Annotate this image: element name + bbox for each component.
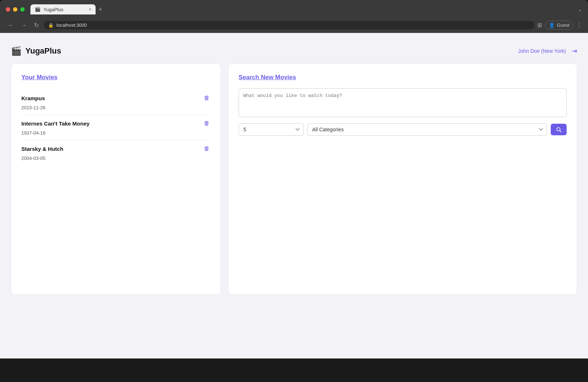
maximize-traffic-light[interactable] xyxy=(20,7,25,12)
user-name-display[interactable]: John Doe (New York) xyxy=(518,48,566,54)
your-movies-title: Your Movies xyxy=(21,74,210,81)
movie-date: 1937-04-16 xyxy=(21,130,210,136)
movie-header: Starsky & Hutch 🗑 xyxy=(21,145,210,153)
svg-line-1 xyxy=(560,131,561,132)
movie-item: Starsky & Hutch 🗑 2004-03-05 xyxy=(21,140,210,165)
tab-right-controls: ⌄ xyxy=(578,7,582,12)
guest-icon: 👤 xyxy=(549,22,555,28)
traffic-lights xyxy=(6,7,25,12)
search-input[interactable] xyxy=(239,88,567,117)
logo-text: YugaPlus xyxy=(25,46,61,56)
movie-item: Internes Can't Take Money 🗑 1937-04-16 xyxy=(21,115,210,140)
main-layout: Your Movies Krampus 🗑 2015-11-26 Interne… xyxy=(11,63,577,295)
url-display: localhost:3000 xyxy=(56,22,87,28)
app-logo: 🎬 YugaPlus xyxy=(11,46,61,56)
active-tab[interactable]: 🎬 YugaPlus × xyxy=(30,4,96,14)
header-right: John Doe (New York) ⇥ xyxy=(518,47,577,55)
count-select[interactable]: 5 10 15 20 xyxy=(239,123,304,136)
movie-item: Krampus 🗑 2015-11-26 xyxy=(21,90,210,115)
logo-icon: 🎬 xyxy=(11,46,22,56)
delete-movie-3-button[interactable]: 🗑 xyxy=(203,145,210,153)
guest-label: Guest xyxy=(557,22,570,28)
tab-close-button[interactable]: × xyxy=(89,7,91,12)
close-traffic-light[interactable] xyxy=(6,7,10,12)
app-header: 🎬 YugaPlus John Doe (New York) ⇥ xyxy=(11,40,577,63)
movie-title: Starsky & Hutch xyxy=(21,146,63,152)
minimize-traffic-light[interactable] xyxy=(13,7,17,12)
search-button[interactable] xyxy=(551,124,567,135)
browser-content: 🎬 YugaPlus John Doe (New York) ⇥ Your Mo… xyxy=(0,33,588,358)
extensions-button[interactable]: ⊞ xyxy=(537,22,542,29)
tab-favicon: 🎬 xyxy=(35,7,41,12)
tab-title: YugaPlus xyxy=(43,7,63,12)
search-controls: 5 10 15 20 All Categories Action Comedy … xyxy=(239,123,567,136)
search-icon xyxy=(556,127,562,132)
address-bar[interactable]: 🔒 localhost:3000 xyxy=(44,21,534,29)
menu-button[interactable]: ⋮ xyxy=(576,22,582,29)
your-movies-card: Your Movies Krampus 🗑 2015-11-26 Interne… xyxy=(11,63,221,295)
delete-movie-2-button[interactable]: 🗑 xyxy=(203,119,210,127)
new-tab-button[interactable]: + xyxy=(98,6,102,13)
browser-toolbar: ← → ↻ 🔒 localhost:3000 ⊞ 👤 Guest ⋮ xyxy=(0,17,588,33)
logout-icon[interactable]: ⇥ xyxy=(572,47,577,55)
delete-movie-1-button[interactable]: 🗑 xyxy=(203,94,210,102)
back-button[interactable]: ← xyxy=(6,21,16,30)
movie-header: Krampus 🗑 xyxy=(21,94,210,102)
lock-icon: 🔒 xyxy=(48,23,54,28)
guest-button[interactable]: 👤 Guest xyxy=(545,21,574,30)
tab-bar: 🎬 YugaPlus × + xyxy=(30,4,578,14)
reload-button[interactable]: ↻ xyxy=(32,20,41,30)
forward-button[interactable]: → xyxy=(19,21,29,30)
search-title: Search New Movies xyxy=(239,74,567,81)
search-card: Search New Movies 5 10 15 20 All Categor… xyxy=(228,63,577,295)
browser-right-controls: ⊞ 👤 Guest ⋮ xyxy=(537,21,582,30)
movie-title: Krampus xyxy=(21,95,45,101)
movie-title: Internes Can't Take Money xyxy=(21,120,89,127)
category-select[interactable]: All Categories Action Comedy Drama Horro… xyxy=(307,123,547,136)
movie-date: 2015-11-26 xyxy=(21,105,210,110)
movie-header: Internes Can't Take Money 🗑 xyxy=(21,119,210,127)
movie-date: 2004-03-05 xyxy=(21,156,210,161)
